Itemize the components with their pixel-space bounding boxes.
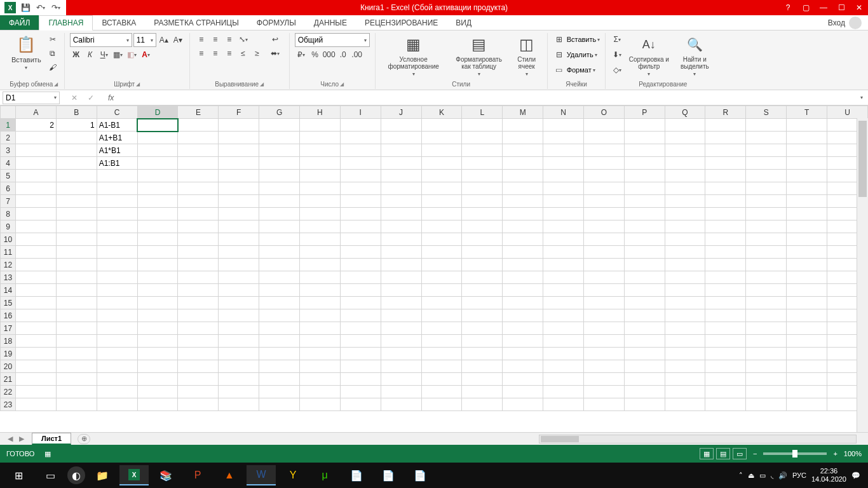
clear-icon[interactable]: ◇▾ xyxy=(611,64,623,76)
format-as-table-button[interactable]: ▤ Форматировать как таблицу▾ xyxy=(449,33,509,78)
tray-notifications-icon[interactable]: 💬 xyxy=(851,471,860,480)
cell[interactable] xyxy=(421,119,462,132)
cell[interactable] xyxy=(746,220,787,233)
cell[interactable] xyxy=(421,195,462,208)
cell[interactable] xyxy=(462,335,503,348)
column-header[interactable]: J xyxy=(381,106,421,119)
cell[interactable] xyxy=(705,144,746,157)
cell[interactable] xyxy=(503,220,543,233)
cell[interactable] xyxy=(15,348,56,360)
cell[interactable] xyxy=(462,271,503,284)
cell[interactable] xyxy=(503,398,543,411)
cell[interactable] xyxy=(462,233,503,246)
cell[interactable] xyxy=(421,144,462,157)
cell[interactable] xyxy=(300,259,341,271)
row-header[interactable]: 12 xyxy=(1,259,16,271)
cell[interactable] xyxy=(259,284,300,297)
cell[interactable] xyxy=(583,271,624,284)
cell[interactable] xyxy=(97,271,137,284)
orientation-icon[interactable]: ⤡▾ xyxy=(237,33,250,46)
cell[interactable] xyxy=(259,170,300,182)
cell[interactable] xyxy=(381,398,421,411)
cell[interactable] xyxy=(15,233,56,246)
cell[interactable] xyxy=(178,271,219,284)
format-painter-icon[interactable]: 🖌 xyxy=(46,61,59,74)
cell[interactable] xyxy=(178,335,219,348)
cell[interactable] xyxy=(665,220,705,233)
cell[interactable] xyxy=(746,195,787,208)
cell[interactable] xyxy=(178,170,219,182)
expand-formula-bar-icon[interactable]: ▾ xyxy=(855,95,868,100)
cell[interactable] xyxy=(340,220,381,233)
taskbar-app-powerpoint[interactable]: P xyxy=(183,465,212,485)
row-header[interactable]: 9 xyxy=(1,220,16,233)
cell[interactable] xyxy=(97,195,137,208)
cell[interactable] xyxy=(503,208,543,220)
cell[interactable] xyxy=(583,170,624,182)
cell[interactable] xyxy=(624,233,665,246)
cell[interactable] xyxy=(583,322,624,335)
cell[interactable] xyxy=(624,360,665,373)
cell[interactable] xyxy=(56,386,97,398)
cell[interactable] xyxy=(421,182,462,195)
cell[interactable] xyxy=(300,170,341,182)
column-header[interactable]: H xyxy=(300,106,341,119)
cell[interactable] xyxy=(624,119,665,132)
cell[interactable] xyxy=(462,119,503,132)
cell[interactable] xyxy=(583,373,624,386)
sheet-nav-next-icon[interactable]: ▶ xyxy=(19,435,24,443)
cell[interactable] xyxy=(503,144,543,157)
cell[interactable] xyxy=(381,348,421,360)
cell[interactable] xyxy=(381,335,421,348)
cell[interactable] xyxy=(421,360,462,373)
cell[interactable] xyxy=(219,259,259,271)
cell[interactable] xyxy=(300,119,341,132)
fx-icon[interactable]: fx xyxy=(103,93,119,102)
cell[interactable] xyxy=(543,233,584,246)
row-header[interactable]: 20 xyxy=(1,360,16,373)
cell[interactable] xyxy=(340,360,381,373)
cell[interactable] xyxy=(259,271,300,284)
cell[interactable] xyxy=(56,360,97,373)
cell[interactable] xyxy=(421,208,462,220)
cell[interactable] xyxy=(705,360,746,373)
cell[interactable] xyxy=(746,348,787,360)
cell[interactable] xyxy=(137,297,178,309)
cell[interactable] xyxy=(97,233,137,246)
cell[interactable] xyxy=(746,157,787,170)
cell[interactable] xyxy=(624,271,665,284)
cell[interactable] xyxy=(705,348,746,360)
cell[interactable] xyxy=(746,386,787,398)
cell[interactable] xyxy=(746,322,787,335)
cell[interactable] xyxy=(56,398,97,411)
italic-icon[interactable]: К xyxy=(84,48,97,61)
cell[interactable] xyxy=(15,335,56,348)
cancel-formula-icon[interactable]: ✕ xyxy=(71,93,78,102)
zoom-slider[interactable] xyxy=(763,452,827,455)
cell[interactable] xyxy=(421,335,462,348)
cell[interactable] xyxy=(665,398,705,411)
cell[interactable] xyxy=(300,157,341,170)
cell[interactable] xyxy=(97,335,137,348)
cell[interactable] xyxy=(259,132,300,144)
cell[interactable] xyxy=(787,386,827,398)
cell[interactable] xyxy=(543,398,584,411)
cell[interactable] xyxy=(462,144,503,157)
cell[interactable] xyxy=(219,220,259,233)
cell[interactable] xyxy=(746,144,787,157)
cell[interactable] xyxy=(705,220,746,233)
cell[interactable] xyxy=(583,360,624,373)
cell[interactable] xyxy=(137,144,178,157)
cell[interactable] xyxy=(137,220,178,233)
cell[interactable] xyxy=(219,157,259,170)
cell[interactable] xyxy=(421,259,462,271)
cell[interactable] xyxy=(503,170,543,182)
taskbar-app-excel[interactable]: X xyxy=(119,465,149,485)
cell[interactable] xyxy=(583,119,624,132)
dialog-launcher-icon[interactable]: ◢ xyxy=(340,81,344,87)
taskbar-app-doc2[interactable]: 📄 xyxy=(374,465,403,485)
cell[interactable] xyxy=(178,157,219,170)
cell[interactable] xyxy=(340,335,381,348)
cell[interactable] xyxy=(421,220,462,233)
cell[interactable] xyxy=(543,119,584,132)
